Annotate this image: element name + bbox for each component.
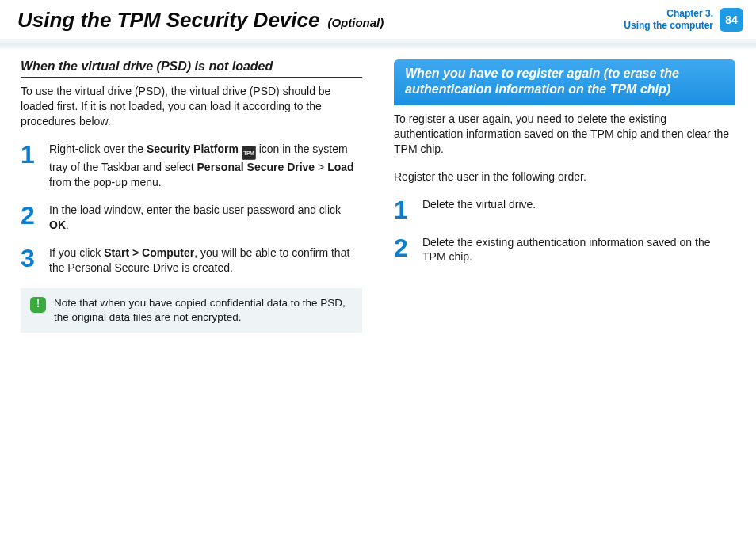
chapter-block: Chapter 3. Using the computer 84 xyxy=(624,8,743,32)
step: 2In the load window, enter the basic use… xyxy=(21,203,362,233)
chapter-text: Chapter 3. Using the computer xyxy=(624,8,713,32)
right-column: When you have to register again (to eras… xyxy=(394,59,735,333)
psd-steps-list: 1Right-click over the Security Platform … xyxy=(21,142,362,276)
step-text-bold-run: Security Platform xyxy=(147,143,239,155)
step-text-run: . xyxy=(66,219,69,231)
section-heading-register-again: When you have to register again (to eras… xyxy=(394,59,735,105)
step-text: Right-click over the Security Platform T… xyxy=(49,142,362,191)
register-intro-2: Register the user in the following order… xyxy=(394,169,735,184)
step-text: In the load window, enter the basic user… xyxy=(49,203,362,233)
step-number: 1 xyxy=(394,197,411,222)
step: 3If you click Start > Computer, you will… xyxy=(21,245,362,276)
step-text-run: from the pop-up menu. xyxy=(49,176,162,188)
step: 2Delete the existing authentication info… xyxy=(394,235,735,265)
step: 1Delete the virtual drive. xyxy=(394,197,735,222)
section-heading-psd: When the virtual drive (PSD) is not load… xyxy=(21,59,362,78)
step: 1Right-click over the Security Platform … xyxy=(21,142,362,191)
title-group: Using the TPM Security Device (Optional) xyxy=(17,8,384,32)
step-text-bold-run: Personal Secure Drive xyxy=(197,161,315,173)
step-text-run: If you click xyxy=(49,246,104,259)
step-text-bold-run: Load xyxy=(327,161,353,173)
step-number: 1 xyxy=(21,142,38,191)
step-text-run: > xyxy=(315,161,327,173)
step-number: 2 xyxy=(394,235,411,265)
chapter-line-1: Chapter 3. xyxy=(624,8,713,20)
step-text-run: Right-click over the xyxy=(49,143,147,155)
step-text-bold-run: OK xyxy=(49,219,66,231)
note-box: ! Note that when you have copied confide… xyxy=(21,288,362,333)
step-text-run: In the load window, enter the basic user… xyxy=(49,203,341,216)
left-column: When the virtual drive (PSD) is not load… xyxy=(21,59,362,333)
page-title: Using the TPM Security Device xyxy=(17,8,319,32)
step-text: Delete the virtual drive. xyxy=(422,197,735,222)
register-steps-list: 1Delete the virtual drive.2Delete the ex… xyxy=(394,197,735,265)
step-number: 2 xyxy=(21,203,38,233)
info-icon: ! xyxy=(30,297,46,313)
step-text-bold-run: Start > Computer xyxy=(104,246,194,259)
register-intro-1: To register a user again, you need to de… xyxy=(394,112,735,157)
header-divider xyxy=(0,39,756,50)
chapter-line-2: Using the computer xyxy=(624,20,713,32)
content-columns: When the virtual drive (PSD) is not load… xyxy=(0,59,756,333)
page-subtitle: (Optional) xyxy=(327,16,384,29)
step-number: 3 xyxy=(21,245,38,276)
psd-intro-paragraph: To use the virtual drive (PSD), the virt… xyxy=(21,84,362,129)
security-platform-tray-icon: TPM xyxy=(242,146,256,160)
step-text: Delete the existing authentication infor… xyxy=(422,235,735,265)
step-text: If you click Start > Computer, you will … xyxy=(49,245,362,276)
note-text: Note that when you have copied confident… xyxy=(54,296,353,325)
page-number-badge: 84 xyxy=(720,8,743,32)
page-header: Using the TPM Security Device (Optional)… xyxy=(0,0,756,39)
